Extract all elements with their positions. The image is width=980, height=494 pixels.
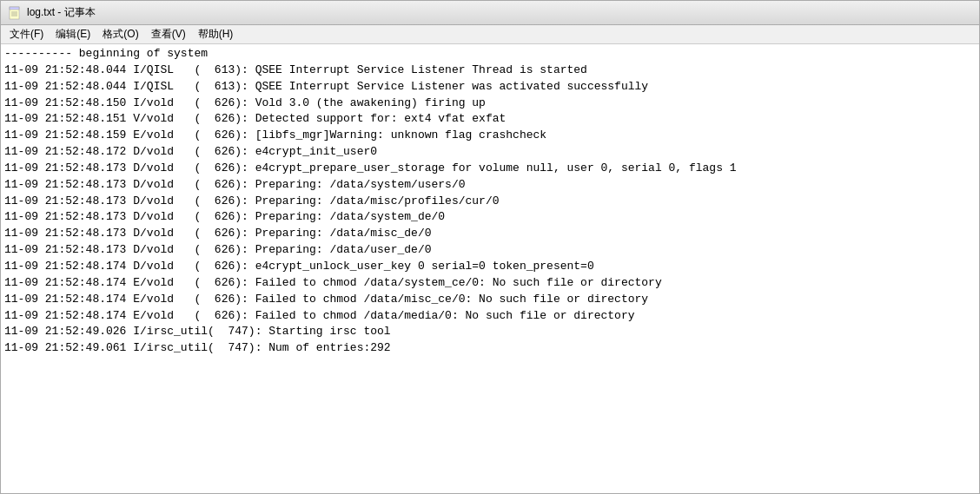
svg-rect-1 (10, 7, 19, 10)
window-title: log.txt - 记事本 (27, 5, 96, 20)
notepad-window: log.txt - 记事本 文件(F) 编辑(E) 格式(O) 查看(V) 帮助… (0, 0, 980, 494)
menu-format[interactable]: 格式(O) (97, 26, 143, 43)
menu-help[interactable]: 帮助(H) (193, 26, 239, 43)
menu-view[interactable]: 查看(V) (146, 26, 191, 43)
menu-bar: 文件(F) 编辑(E) 格式(O) 查看(V) 帮助(H) (1, 25, 979, 44)
menu-edit[interactable]: 编辑(E) (50, 26, 96, 43)
notepad-icon (8, 6, 22, 20)
menu-file[interactable]: 文件(F) (4, 26, 49, 43)
text-content-area[interactable]: ---------- beginning of system 11-09 21:… (1, 44, 979, 493)
log-text: ---------- beginning of system 11-09 21:… (4, 46, 976, 357)
title-bar: log.txt - 记事本 (1, 1, 979, 25)
